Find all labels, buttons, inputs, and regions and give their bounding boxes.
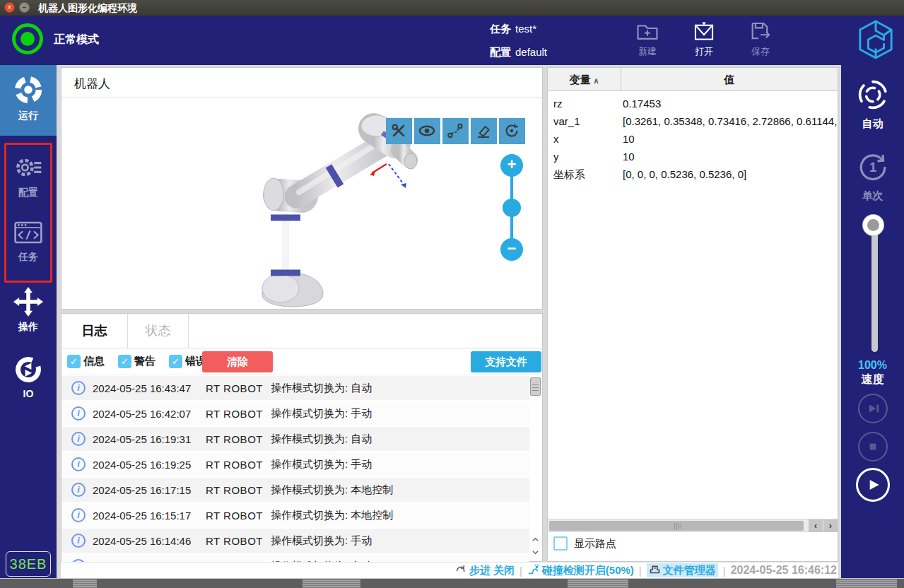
log-message: 操作模式切换为: 手动 bbox=[271, 458, 529, 471]
mode-single-button[interactable]: 1 单次 bbox=[841, 148, 904, 203]
warning-checkbox[interactable]: ✓ bbox=[118, 355, 131, 368]
log-row[interactable]: i 2024-05-25 16:19:31 RT ROBOT 操作模式切换为: … bbox=[61, 427, 529, 451]
table-row[interactable]: y 10 bbox=[548, 149, 838, 167]
view-eraser-button[interactable] bbox=[471, 118, 497, 144]
error-checkbox[interactable]: ✓ bbox=[169, 355, 182, 368]
info-checkbox[interactable]: ✓ bbox=[67, 355, 81, 368]
background-window-fragment bbox=[303, 580, 360, 588]
app-header: 正常模式 任务 test* 配置 default 新建 打开 保存 bbox=[0, 16, 904, 65]
status-timestamp: 2024-05-25 16:46:12 bbox=[731, 564, 837, 577]
view-path-button[interactable] bbox=[442, 118, 469, 144]
io-label: IO bbox=[0, 388, 57, 399]
speed-label: 速度 bbox=[841, 372, 904, 387]
speed-slider-handle[interactable] bbox=[863, 215, 884, 235]
show-waypoints-checkbox[interactable]: ✓ bbox=[553, 536, 568, 551]
view-visibility-button[interactable] bbox=[414, 118, 440, 144]
task-label: 任务 bbox=[490, 23, 511, 36]
variable-value: [0, 0, 0, 0.5236, 0.5236, 0] bbox=[623, 168, 838, 180]
speed-slider-track[interactable] bbox=[871, 225, 878, 352]
log-time: 2024-05-25 16:15:17 bbox=[93, 510, 206, 522]
collision-detection-status[interactable]: 碰撞检测开启(50%) bbox=[527, 563, 634, 578]
info-checkbox-label: 信息 bbox=[83, 355, 105, 368]
log-time: 2024-05-25 16:42:07 bbox=[93, 408, 206, 420]
step-mode-status[interactable]: 步进 关闭 bbox=[455, 563, 515, 577]
log-scroll-up-button[interactable] bbox=[530, 534, 541, 546]
hscroll-left-button[interactable]: ‹ bbox=[809, 519, 823, 532]
collision-detection-label: 碰撞检测开启(50%) bbox=[542, 564, 634, 577]
mode-auto-button[interactable]: 自动 bbox=[841, 76, 904, 131]
variable-name: var_1 bbox=[553, 115, 580, 127]
log-source: RT ROBOT bbox=[206, 459, 271, 471]
log-source: RT ROBOT bbox=[206, 408, 271, 420]
log-row[interactable]: i 2024-05-25 16:17:15 RT ROBOT 操作模式切换为: … bbox=[61, 478, 529, 502]
background-window-fragment bbox=[836, 580, 897, 588]
variable-value: [0.3261, 0.35348, 0.73416, 2.72866, 0.61… bbox=[623, 115, 838, 127]
tab-status[interactable]: 状态 bbox=[128, 314, 189, 348]
sidebar-item-operate[interactable]: 操作 bbox=[0, 286, 57, 334]
background-window-fragment bbox=[568, 580, 628, 588]
table-row[interactable]: var_1 [0.3261, 0.35348, 0.73416, 2.72866… bbox=[548, 114, 838, 131]
file-manager-icon bbox=[649, 563, 661, 577]
tools-icon bbox=[386, 122, 412, 139]
log-source: RT ROBOT bbox=[206, 510, 271, 522]
log-row[interactable]: i 2024-05-25 16:15:17 RT ROBOT 操作模式切换为: … bbox=[61, 503, 529, 527]
info-icon: i bbox=[71, 406, 86, 421]
rotate-icon bbox=[499, 122, 525, 139]
step-mode-label: 步进 关闭 bbox=[469, 564, 515, 577]
variable-name: 坐标系 bbox=[553, 168, 585, 182]
column-header-value: 值 bbox=[621, 68, 838, 91]
log-scroll-down-button[interactable] bbox=[530, 546, 541, 558]
status-separator: | bbox=[723, 565, 726, 577]
sidebar-item-task[interactable]: 任务 bbox=[0, 218, 57, 264]
log-row[interactable]: i 2024-05-25 16:14:26 RT ROBOT 操作模式切换为: … bbox=[61, 554, 529, 562]
log-message: 操作模式切换为: 本地控制 bbox=[271, 509, 529, 522]
log-row[interactable]: i 2024-05-25 16:19:25 RT ROBOT 操作模式切换为: … bbox=[61, 452, 529, 476]
save-button[interactable]: 保存 bbox=[738, 20, 783, 58]
filter-error[interactable]: ✓ 错误 bbox=[169, 355, 206, 368]
support-files-button[interactable]: 支持文件 bbox=[471, 351, 541, 372]
hscroll-right-button[interactable]: › bbox=[823, 519, 838, 532]
info-icon: i bbox=[71, 534, 86, 548]
zoom-slider-handle[interactable] bbox=[503, 199, 521, 217]
variables-table-header: 变量∧ 值 bbox=[548, 68, 838, 91]
hscroll-thumb[interactable] bbox=[549, 521, 804, 531]
sidebar-item-config[interactable]: 配置 bbox=[0, 152, 57, 199]
log-row[interactable]: i 2024-05-25 16:42:07 RT ROBOT 操作模式切换为: … bbox=[61, 401, 529, 425]
log-message: 操作模式切换为: 手动 bbox=[271, 534, 529, 548]
zoom-out-button[interactable]: − bbox=[500, 238, 523, 261]
view-rotate-button[interactable] bbox=[499, 118, 525, 144]
view-tools-button[interactable] bbox=[386, 118, 412, 144]
filter-warning[interactable]: ✓ 警告 bbox=[118, 355, 155, 368]
stop-button[interactable] bbox=[858, 432, 888, 461]
file-manager-button[interactable]: 文件管理器 bbox=[647, 563, 718, 577]
filter-info[interactable]: ✓ 信息 bbox=[67, 355, 105, 368]
window-close-button[interactable]: × bbox=[4, 2, 15, 13]
log-tabs: 日志 状态 bbox=[61, 314, 542, 348]
robot-panel-title: 机器人 bbox=[74, 76, 110, 92]
sidebar-item-run[interactable]: 运行 bbox=[0, 65, 57, 136]
window-titlebar: × − 机器人图形化编程环境 bbox=[0, 0, 904, 16]
stop-icon bbox=[859, 438, 886, 455]
open-button[interactable]: 打开 bbox=[681, 20, 727, 58]
step-forward-button[interactable] bbox=[858, 394, 888, 423]
table-row[interactable]: 坐标系 [0, 0, 0, 0.5236, 0.5236, 0] bbox=[548, 167, 838, 184]
table-row[interactable]: x 10 bbox=[548, 131, 838, 149]
variable-value: 10 bbox=[623, 133, 838, 145]
clear-button[interactable]: 清除 bbox=[202, 351, 273, 372]
window-minimize-button[interactable]: − bbox=[19, 2, 30, 13]
column-header-variable[interactable]: 变量∧ bbox=[548, 68, 621, 91]
info-icon: i bbox=[71, 508, 86, 522]
new-button[interactable]: 新建 bbox=[625, 20, 670, 58]
log-scrollbar-thumb[interactable] bbox=[530, 377, 541, 396]
play-button[interactable] bbox=[856, 468, 890, 502]
sidebar-item-io[interactable]: IO bbox=[0, 355, 57, 399]
show-waypoints-option[interactable]: ✓ 显示路点 bbox=[553, 536, 616, 551]
log-row[interactable]: i 2024-05-25 16:14:46 RT ROBOT 操作模式切换为: … bbox=[61, 529, 529, 553]
tab-log[interactable]: 日志 bbox=[61, 314, 128, 348]
table-row[interactable]: rz 0.17453 bbox=[548, 96, 838, 114]
bottom-desktop-strip bbox=[0, 578, 904, 588]
log-row[interactable]: i 2024-05-25 16:43:47 RT ROBOT 操作模式切换为: … bbox=[61, 376, 529, 400]
left-sidebar: 运行 配置 任务 操作 IO 38EB bbox=[0, 65, 57, 578]
single-cycle-icon: 1 bbox=[841, 148, 904, 185]
zoom-in-button[interactable]: + bbox=[500, 154, 523, 177]
